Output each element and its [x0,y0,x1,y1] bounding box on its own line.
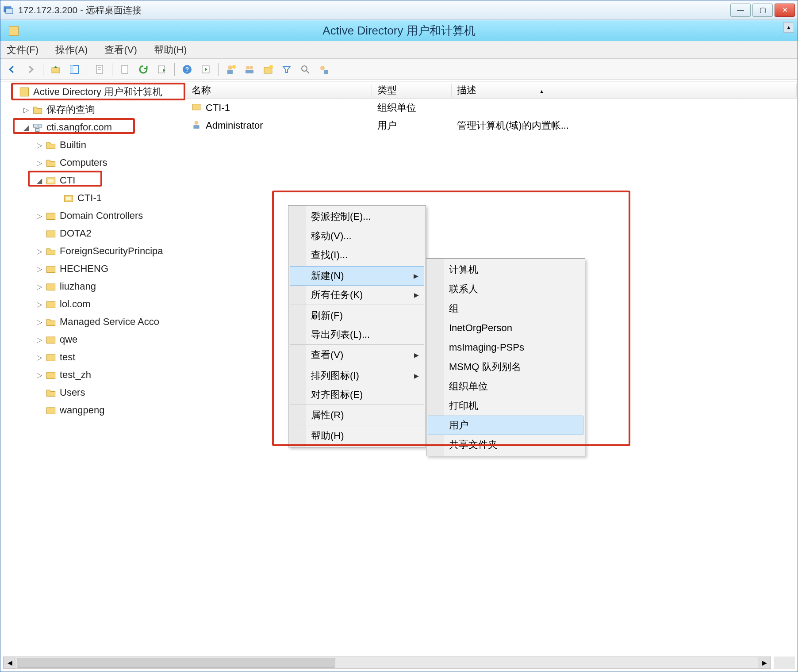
export-button[interactable] [154,61,170,77]
svg-rect-19 [246,70,253,73]
horizontal-scrollbar[interactable]: ◀ ▶ [3,657,771,669]
expander-icon[interactable]: ◢ [35,176,44,185]
menu-action[interactable]: 操作(A) [54,42,89,58]
col-desc[interactable]: 描述▴ [452,84,797,97]
resize-grip[interactable] [774,657,795,669]
svg-rect-26 [20,88,28,96]
tree-testzh[interactable]: ▷test_zh [1,366,186,384]
close-button[interactable]: ✕ [775,4,795,17]
expander-icon[interactable]: ▷ [35,353,44,362]
tree-computers[interactable]: ▷Computers [1,154,186,172]
expander-icon[interactable]: ◢ [22,123,31,132]
ctx-help[interactable]: 帮助(H) [290,426,424,446]
ctx-view[interactable]: 查看(V)▶ [290,346,424,365]
up-folder-button[interactable] [48,61,64,77]
tree-cti[interactable]: ◢CTI [1,172,186,189]
tree-test[interactable]: ▷test [1,348,186,366]
new-group-button[interactable] [242,61,257,77]
expander-icon[interactable]: ▷ [35,265,44,273]
tree-liuzhang[interactable]: ▷liuzhang [1,278,186,295]
rdp-titlebar: 172.172.3.200 - 远程桌面连接 — ▢ ✕ [0,0,798,20]
ctx-align[interactable]: 对齐图标(E) [290,386,424,405]
col-type[interactable]: 类型 [372,84,452,97]
refresh-doc-button[interactable] [117,61,133,77]
nav-forward-button[interactable] [23,61,38,77]
inner-scroll-up-icon[interactable]: ▲ [783,22,794,33]
ctx-new[interactable]: 新建(N)▶ [290,266,424,286]
expander-icon[interactable]: ▷ [35,336,44,344]
ctx-alltasks[interactable]: 所有任务(K)▶ [290,286,424,305]
expander-icon[interactable]: ▷ [35,371,44,379]
new-user-button[interactable] [223,61,239,77]
list-pane[interactable]: 名称 类型 描述▴ CTI-1 组织单位 Administrator 用户 管理… [186,81,797,651]
tree-root-node[interactable]: Active Directory 用户和计算机 [1,83,186,101]
new-ou-button[interactable] [260,61,276,77]
tree-lol[interactable]: ▷lol.com [1,295,186,313]
expander-icon[interactable]: ▷ [35,141,44,149]
ctx-new-user[interactable]: 用户 [428,416,583,435]
minimize-button[interactable]: — [730,4,751,17]
expander-icon[interactable]: ▷ [22,106,31,114]
tree-builtin[interactable]: ▷Builtin [1,136,186,154]
ctx-new-contact[interactable]: 联系人 [428,279,583,299]
scroll-left-icon[interactable]: ◀ [4,657,16,668]
tree-dc[interactable]: ▷Domain Controllers [1,207,186,225]
tree-pane[interactable]: Active Directory 用户和计算机 ▷ 保存的查询 ◢ cti.sa… [1,81,186,651]
tree-wangpeng[interactable]: wangpeng [1,401,186,419]
tree-qwe[interactable]: ▷qwe [1,331,186,348]
tree-label: liuzhang [60,281,96,292]
expander-icon[interactable]: ▷ [35,300,44,309]
show-hide-tree-button[interactable] [66,61,82,77]
expander-icon[interactable]: ▷ [35,283,44,291]
ctx-new-printer[interactable]: 打印机 [428,396,583,416]
col-name[interactable]: 名称 [186,84,372,97]
run-button[interactable] [198,61,214,77]
scroll-right-icon[interactable]: ▶ [758,657,771,668]
list-row[interactable]: Administrator 用户 管理计算机(域)的内置帐... [186,117,797,134]
ctx-properties[interactable]: 属性(R) [290,406,424,425]
properties-button[interactable] [92,61,107,77]
nav-back-button[interactable] [4,61,20,77]
expander-icon[interactable]: ▷ [35,159,44,167]
ctx-move[interactable]: 移动(V)... [290,226,424,246]
ctx-label: 组织单位 [449,380,488,393]
ctx-new-shared[interactable]: 共享文件夹 [428,435,583,454]
expander-icon[interactable]: ▷ [35,212,44,220]
ctx-refresh[interactable]: 刷新(F) [290,306,424,325]
ctx-delegate[interactable]: 委派控制(E)... [290,207,424,226]
ctx-exportlist[interactable]: 导出列表(L)... [290,325,424,345]
tree-label: cti.sangfor.com [46,122,112,133]
tree-dota2[interactable]: DOTA2 [1,225,186,242]
expander-icon[interactable]: ▷ [35,247,44,256]
ctx-new-msimg[interactable]: msImaging-PSPs [428,338,583,357]
maximize-button[interactable]: ▢ [752,4,773,17]
tree-cti1[interactable]: CTI-1 [1,189,186,207]
menu-file[interactable]: 文件(F) [5,42,40,58]
add-domain-button[interactable] [316,61,332,77]
ctx-label: 所有任务(K) [311,288,363,302]
expander-icon[interactable]: ▷ [35,318,44,326]
cell-name: CTI-1 [206,102,230,114]
ctx-new-inetorg[interactable]: InetOrgPerson [428,318,583,338]
menu-view[interactable]: 查看(V) [103,42,138,58]
refresh-button[interactable] [135,61,151,77]
ctx-new-group[interactable]: 组 [428,299,583,318]
find-button[interactable] [297,61,313,77]
tree-hecheng[interactable]: ▷HECHENG [1,260,186,278]
tree-fsp[interactable]: ▷ForeignSecurityPrincipa [1,242,186,260]
ctx-new-msmq[interactable]: MSMQ 队列别名 [428,357,583,377]
menu-help[interactable]: 帮助(H) [152,42,189,58]
svg-rect-25 [324,70,328,74]
ctx-new-computer[interactable]: 计算机 [428,260,583,279]
tree-saved-queries[interactable]: ▷ 保存的查询 [1,101,186,118]
list-row[interactable]: CTI-1 组织单位 [186,99,797,117]
tree-msa[interactable]: ▷Managed Service Acco [1,313,186,331]
ctx-find[interactable]: 查找(I)... [290,246,424,265]
help-button[interactable]: ? [179,61,195,77]
filter-button[interactable] [279,61,295,77]
ctx-arrange[interactable]: 排列图标(I)▶ [290,366,424,386]
tree-domain[interactable]: ◢ cti.sangfor.com [1,118,186,136]
ctx-new-ou[interactable]: 组织单位 [428,377,583,396]
tree-users[interactable]: Users [1,384,186,401]
scroll-thumb[interactable] [17,658,335,668]
